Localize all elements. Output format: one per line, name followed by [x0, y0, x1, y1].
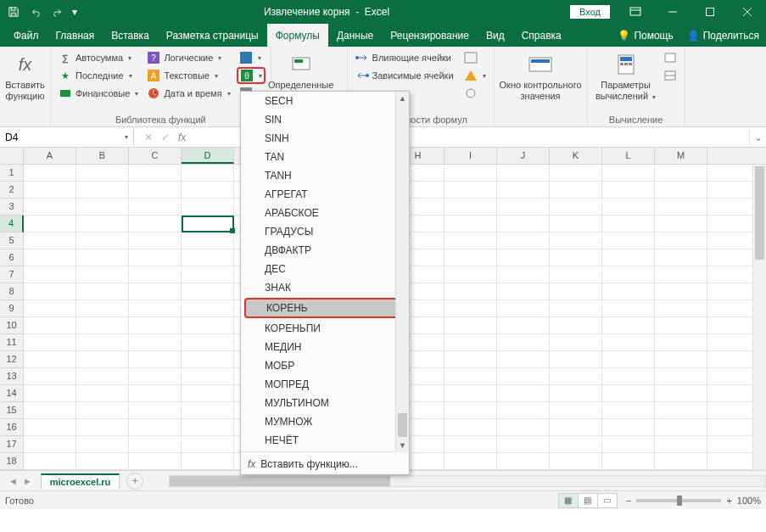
- slider-handle[interactable]: [677, 496, 682, 506]
- cell[interactable]: [182, 266, 234, 283]
- cell[interactable]: [445, 283, 497, 300]
- function-menu-item[interactable]: TAN: [241, 148, 409, 166]
- cell[interactable]: [129, 249, 182, 266]
- cell[interactable]: [655, 283, 707, 300]
- cell[interactable]: [445, 334, 497, 351]
- view-break-button[interactable]: ▭: [597, 493, 618, 508]
- cell[interactable]: [182, 283, 234, 300]
- tab-formulas[interactable]: Формулы: [267, 24, 328, 47]
- cell[interactable]: [445, 249, 497, 266]
- col-header[interactable]: I: [445, 148, 497, 164]
- cell[interactable]: [550, 436, 602, 453]
- cell[interactable]: [182, 216, 234, 232]
- function-menu-item[interactable]: МЕДИН: [241, 338, 409, 356]
- watch-window-button[interactable]: Окно контрольного значения: [500, 49, 582, 104]
- cell[interactable]: [24, 334, 76, 351]
- cell[interactable]: [497, 419, 550, 436]
- fx-icon-small[interactable]: fx: [178, 132, 186, 143]
- insert-function-menu-item[interactable]: fx Вставить функцию...: [241, 454, 409, 474]
- cell[interactable]: [76, 385, 129, 402]
- cell[interactable]: [182, 165, 234, 182]
- cell[interactable]: [497, 266, 550, 283]
- cell[interactable]: [550, 199, 602, 216]
- sheet-prev-icon[interactable]: ◄: [8, 476, 18, 486]
- cell[interactable]: [550, 453, 602, 470]
- cell[interactable]: [129, 300, 182, 317]
- cell[interactable]: [129, 232, 182, 249]
- cell[interactable]: [182, 199, 234, 216]
- row-header[interactable]: 6: [0, 249, 24, 266]
- horizontal-scrollbar[interactable]: [169, 475, 766, 487]
- function-menu-item[interactable]: ДЕС: [241, 260, 409, 278]
- row-header[interactable]: 12: [0, 351, 24, 368]
- sheet-tab[interactable]: microexcel.ru: [41, 473, 120, 489]
- cell[interactable]: [445, 199, 497, 216]
- row-header[interactable]: 13: [0, 368, 24, 385]
- zoom-value[interactable]: 100%: [737, 496, 761, 506]
- cell[interactable]: [497, 216, 550, 232]
- datetime-button[interactable]: Дата и время▾: [144, 85, 232, 102]
- vertical-scrollbar[interactable]: [752, 165, 766, 470]
- text-button[interactable]: AТекстовые▾: [144, 67, 232, 84]
- cell[interactable]: [129, 453, 182, 470]
- cell[interactable]: [550, 266, 602, 283]
- row-header[interactable]: 18: [0, 453, 24, 470]
- cell[interactable]: [655, 317, 707, 334]
- enter-icon[interactable]: ✓: [161, 132, 170, 143]
- cell[interactable]: [76, 368, 129, 385]
- select-all-corner[interactable]: [0, 148, 24, 164]
- row-header[interactable]: 16: [0, 419, 24, 436]
- sheet-next-icon[interactable]: ►: [23, 476, 32, 486]
- financial-button[interactable]: Финансовые▾: [56, 85, 141, 102]
- cell[interactable]: [655, 300, 707, 317]
- cell[interactable]: [550, 232, 602, 249]
- row-header[interactable]: 15: [0, 402, 24, 419]
- tell-me[interactable]: 💡Помощь: [611, 24, 679, 47]
- function-menu-item[interactable]: КОРЕНЬ: [244, 298, 405, 318]
- cell[interactable]: [445, 419, 497, 436]
- name-box[interactable]: D4 ▾: [0, 127, 134, 147]
- cell[interactable]: [550, 283, 602, 300]
- function-menu-item[interactable]: SIN: [241, 110, 409, 129]
- function-menu-item[interactable]: ЗНАК: [241, 278, 409, 297]
- cell[interactable]: [655, 351, 707, 368]
- cell[interactable]: [550, 351, 602, 368]
- cell[interactable]: [497, 232, 550, 249]
- tab-view[interactable]: Вид: [478, 24, 513, 47]
- cell[interactable]: [445, 232, 497, 249]
- cell[interactable]: [602, 165, 655, 182]
- cell[interactable]: [24, 300, 76, 317]
- cell[interactable]: [76, 165, 129, 182]
- cell[interactable]: [76, 182, 129, 199]
- col-header[interactable]: M: [655, 148, 707, 164]
- function-menu-item[interactable]: SINH: [241, 129, 409, 148]
- zoom-in-button[interactable]: +: [726, 496, 731, 506]
- cell[interactable]: [497, 199, 550, 216]
- function-menu-item[interactable]: МОБР: [241, 356, 409, 375]
- cell[interactable]: [24, 368, 76, 385]
- cell[interactable]: [497, 165, 550, 182]
- cell[interactable]: [497, 334, 550, 351]
- autosum-button[interactable]: ∑Автосумма▾: [56, 49, 141, 66]
- row-header[interactable]: 17: [0, 436, 24, 453]
- col-header[interactable]: A: [24, 148, 76, 164]
- row-header[interactable]: 4: [0, 216, 24, 232]
- share-button[interactable]: 👤Поделиться: [680, 24, 766, 47]
- col-header[interactable]: B: [76, 148, 129, 164]
- function-menu-item[interactable]: ДВФАКТР: [241, 241, 409, 260]
- cell[interactable]: [129, 385, 182, 402]
- login-button[interactable]: Вход: [570, 5, 610, 19]
- scroll-thumb[interactable]: [170, 476, 390, 486]
- cell[interactable]: [655, 368, 707, 385]
- tab-review[interactable]: Рецензирование: [382, 24, 478, 47]
- cell[interactable]: [602, 419, 655, 436]
- cell[interactable]: [445, 351, 497, 368]
- cell[interactable]: [129, 317, 182, 334]
- cell[interactable]: [76, 283, 129, 300]
- cell[interactable]: [655, 334, 707, 351]
- zoom-slider[interactable]: [636, 499, 721, 502]
- function-menu-item[interactable]: АРАБСКОЕ: [241, 204, 409, 222]
- trace-dependents-button[interactable]: Зависимые ячейки: [353, 67, 456, 84]
- cell[interactable]: [76, 266, 129, 283]
- cell[interactable]: [182, 453, 234, 470]
